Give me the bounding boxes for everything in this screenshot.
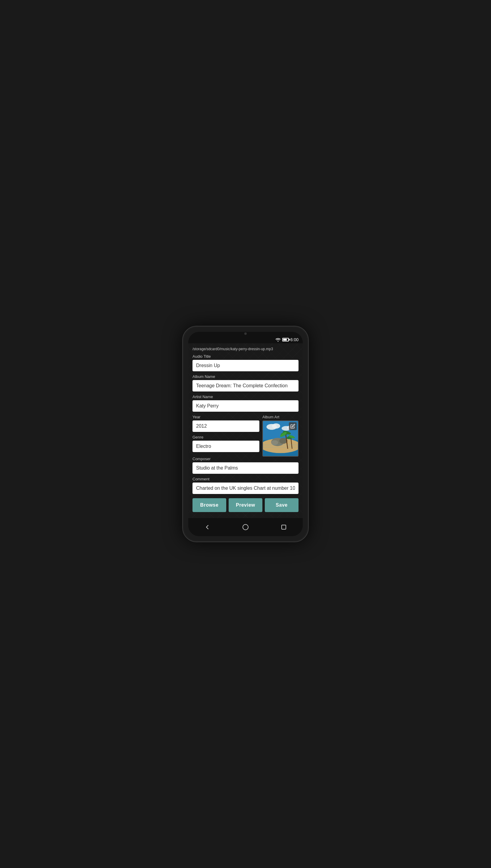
artist-name-label: Artist Name xyxy=(193,394,298,399)
composer-label: Composer xyxy=(193,457,298,461)
pencil-icon xyxy=(290,424,295,428)
notch-area xyxy=(188,332,303,335)
artist-name-group: Artist Name xyxy=(193,394,298,412)
app-content: /storage/sdcard0/music/katy-perry-dressi… xyxy=(188,343,303,518)
genre-group: Genre xyxy=(193,435,259,452)
svg-point-19 xyxy=(243,525,248,530)
home-circle-icon xyxy=(242,524,249,531)
file-path: /storage/sdcard0/music/katy-perry-dressi… xyxy=(193,347,298,351)
phone-screen: 6:00 /storage/sdcard0/music/katy-perry-d… xyxy=(188,332,303,536)
year-label: Year xyxy=(193,415,259,419)
genre-input[interactable] xyxy=(193,441,259,452)
battery-fill xyxy=(283,339,287,341)
status-icons: 6:00 xyxy=(275,337,298,342)
composer-group: Composer xyxy=(193,457,298,474)
back-icon xyxy=(204,524,211,531)
svg-point-2 xyxy=(272,423,280,428)
year-input[interactable] xyxy=(193,420,259,432)
album-name-group: Album Name xyxy=(193,374,298,392)
comment-input[interactable] xyxy=(193,482,298,494)
album-name-label: Album Name xyxy=(193,374,298,379)
album-art-label: Album Art xyxy=(262,415,298,419)
recent-icon xyxy=(280,524,287,531)
nav-bar xyxy=(188,518,303,536)
year-group: Year xyxy=(193,415,259,432)
browse-button[interactable]: Browse xyxy=(193,498,226,512)
status-time: 6:00 xyxy=(290,337,298,342)
audio-title-group: Audio Title xyxy=(193,354,298,371)
album-art-col: Album Art xyxy=(262,415,298,457)
nav-home-button[interactable] xyxy=(240,522,251,533)
camera-dot xyxy=(244,332,247,335)
comment-label: Comment xyxy=(193,477,298,481)
save-button[interactable]: Save xyxy=(265,498,298,512)
nav-recent-button[interactable] xyxy=(278,522,289,533)
phone-frame: 6:00 /storage/sdcard0/music/katy-perry-d… xyxy=(182,326,309,542)
action-buttons-row: Browse Preview Save xyxy=(193,498,298,512)
audio-title-input[interactable] xyxy=(193,360,298,371)
audio-title-label: Audio Title xyxy=(193,354,298,359)
year-genre-col: Year Genre xyxy=(193,415,259,455)
artist-name-input[interactable] xyxy=(193,400,298,412)
nav-back-button[interactable] xyxy=(202,522,213,533)
svg-point-9 xyxy=(271,440,278,445)
year-albumart-row: Year Genre Album Art xyxy=(193,415,298,457)
genre-label: Genre xyxy=(193,435,259,440)
album-art-container[interactable] xyxy=(262,420,298,457)
preview-button[interactable]: Preview xyxy=(229,498,262,512)
battery-icon xyxy=(282,338,289,341)
comment-group: Comment xyxy=(193,477,298,494)
svg-rect-20 xyxy=(282,525,286,529)
composer-input[interactable] xyxy=(193,462,298,474)
wifi-icon xyxy=(275,338,281,342)
status-bar: 6:00 xyxy=(188,335,303,343)
album-art-edit-button[interactable] xyxy=(289,422,297,430)
album-name-input[interactable] xyxy=(193,380,298,392)
